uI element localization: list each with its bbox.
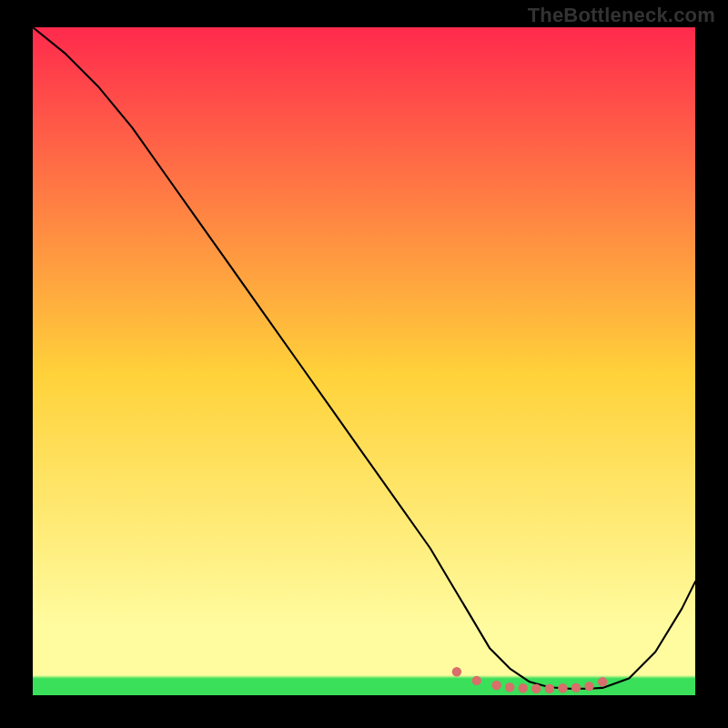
data-dot <box>531 684 541 693</box>
chart-frame: TheBottleneck.com <box>0 0 728 728</box>
data-dot <box>598 677 607 686</box>
watermark-text: TheBottleneck.com <box>528 4 715 27</box>
data-dot <box>584 682 593 691</box>
data-dot <box>452 667 461 676</box>
chart-svg <box>33 27 695 695</box>
data-dot <box>519 683 528 693</box>
data-dot <box>571 682 581 692</box>
data-dot <box>491 681 500 690</box>
data-dot <box>472 676 481 685</box>
plot-area <box>33 27 695 695</box>
data-dot <box>545 684 554 693</box>
data-dot <box>558 683 567 693</box>
data-dot <box>505 682 514 692</box>
